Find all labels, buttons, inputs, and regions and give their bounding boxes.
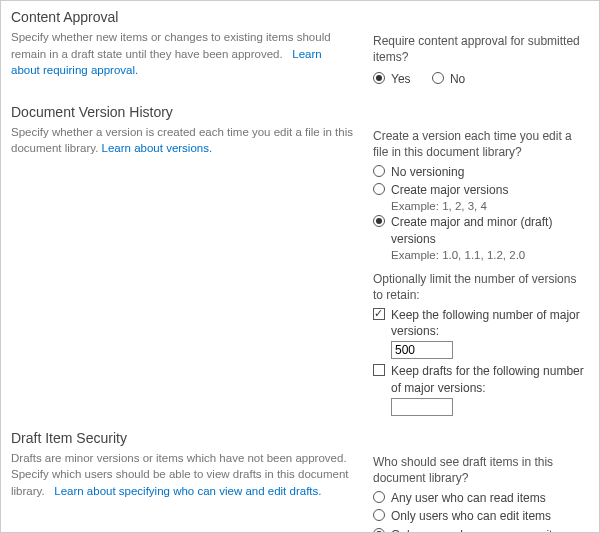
content-approval-yes-row[interactable]: Yes bbox=[373, 71, 411, 87]
option-no-versioning[interactable]: No versioning bbox=[373, 164, 589, 180]
label-major-minor-versions: Create major and minor (draft) versions bbox=[391, 214, 589, 246]
option-editors[interactable]: Only users who can edit items bbox=[373, 508, 589, 524]
version-limit-question: Optionally limit the number of versions … bbox=[373, 271, 589, 303]
radio-approvers[interactable] bbox=[373, 528, 385, 533]
keep-major-row[interactable]: Keep the following number of major versi… bbox=[373, 307, 589, 339]
label-major-versions: Create major versions bbox=[391, 182, 508, 198]
content-approval-yes-label: Yes bbox=[391, 71, 411, 87]
learn-versions-link[interactable]: Learn about versions. bbox=[102, 142, 213, 154]
radio-no[interactable] bbox=[432, 72, 444, 84]
content-approval-right: Require content approval for submitted i… bbox=[373, 9, 589, 90]
option-approvers[interactable]: Only users who can approve items (and th… bbox=[373, 527, 589, 533]
content-approval-question: Require content approval for submitted i… bbox=[373, 33, 589, 65]
draft-security-desc: Drafts are minor versions or items which… bbox=[11, 450, 353, 500]
checkbox-keep-drafts[interactable] bbox=[373, 364, 385, 376]
option-major-minor-versions[interactable]: Create major and minor (draft) versions bbox=[373, 214, 589, 246]
content-approval-no-row[interactable]: No bbox=[432, 71, 465, 87]
option-major-versions[interactable]: Create major versions bbox=[373, 182, 589, 198]
draft-security-title: Draft Item Security bbox=[11, 430, 353, 446]
version-history-desc: Specify whether a version is created eac… bbox=[11, 124, 353, 157]
label-no-versioning: No versioning bbox=[391, 164, 464, 180]
label-approvers: Only users who can approve items (and th… bbox=[391, 527, 589, 533]
version-question: Create a version each time you edit a fi… bbox=[373, 128, 589, 160]
checkbox-keep-major[interactable] bbox=[373, 308, 385, 320]
draft-security-question: Who should see draft items in this docum… bbox=[373, 454, 589, 486]
draft-security-left: Draft Item Security Drafts are minor ver… bbox=[11, 430, 373, 533]
label-editors: Only users who can edit items bbox=[391, 508, 551, 524]
section-version-history: Document Version History Specify whether… bbox=[11, 104, 589, 416]
input-keep-drafts[interactable] bbox=[391, 398, 453, 416]
radio-major-versions[interactable] bbox=[373, 183, 385, 195]
content-approval-desc-text: Specify whether new items or changes to … bbox=[11, 31, 331, 60]
radio-major-minor-versions[interactable] bbox=[373, 215, 385, 227]
version-history-title: Document Version History bbox=[11, 104, 353, 120]
content-approval-title: Content Approval bbox=[11, 9, 353, 25]
label-keep-major: Keep the following number of major versi… bbox=[391, 307, 589, 339]
content-approval-no-label: No bbox=[450, 71, 465, 87]
keep-major-input-wrap bbox=[391, 341, 589, 359]
input-keep-major[interactable] bbox=[391, 341, 453, 359]
version-history-right: Create a version each time you edit a fi… bbox=[373, 104, 589, 416]
option-any-reader[interactable]: Any user who can read items bbox=[373, 490, 589, 506]
example-major: Example: 1, 2, 3, 4 bbox=[391, 200, 589, 212]
section-draft-security: Draft Item Security Drafts are minor ver… bbox=[11, 430, 589, 533]
radio-editors[interactable] bbox=[373, 509, 385, 521]
content-approval-desc: Specify whether new items or changes to … bbox=[11, 29, 353, 79]
keep-drafts-input-wrap bbox=[391, 398, 589, 416]
draft-security-right: Who should see draft items in this docum… bbox=[373, 430, 589, 533]
content-approval-left: Content Approval Specify whether new ite… bbox=[11, 9, 373, 90]
example-major-minor: Example: 1.0, 1.1, 1.2, 2.0 bbox=[391, 249, 589, 261]
learn-draft-security-link[interactable]: Learn about specifying who can view and … bbox=[54, 485, 321, 497]
label-any-reader: Any user who can read items bbox=[391, 490, 546, 506]
radio-yes[interactable] bbox=[373, 72, 385, 84]
label-keep-drafts: Keep drafts for the following number of … bbox=[391, 363, 589, 395]
version-history-left: Document Version History Specify whether… bbox=[11, 104, 373, 416]
radio-no-versioning[interactable] bbox=[373, 165, 385, 177]
keep-drafts-row[interactable]: Keep drafts for the following number of … bbox=[373, 363, 589, 395]
radio-any-reader[interactable] bbox=[373, 491, 385, 503]
section-content-approval: Content Approval Specify whether new ite… bbox=[11, 9, 589, 90]
